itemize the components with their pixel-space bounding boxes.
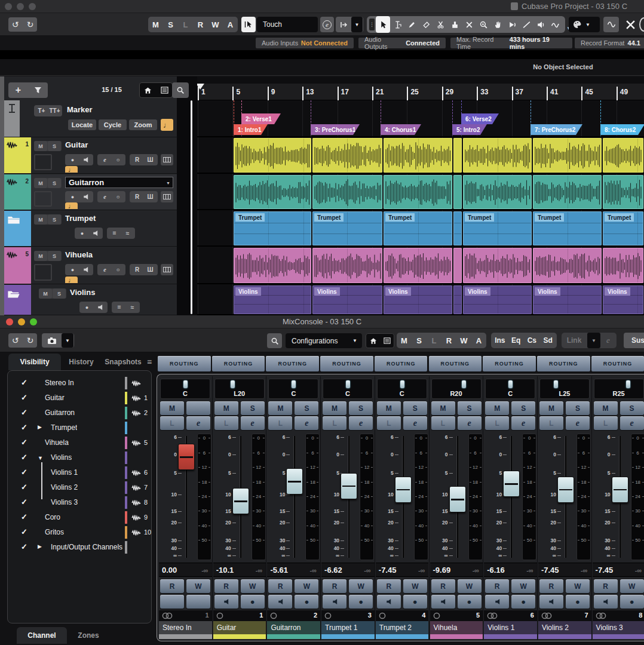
- monitor-button[interactable]: [79, 265, 92, 275]
- crossfade-button[interactable]: [622, 16, 638, 33]
- visibility-item-vihuela[interactable]: ✓Vihuela5: [8, 435, 151, 450]
- monitor-button[interactable]: [79, 192, 92, 202]
- read-button[interactable]: R: [131, 265, 143, 275]
- tab-history[interactable]: History: [62, 354, 100, 370]
- visibility-item-stereo-in[interactable]: ✓Stereo In: [8, 376, 151, 391]
- routing-slot[interactable]: ROUTING: [320, 356, 373, 371]
- track-name-edit-box[interactable]: Guitarron▼: [65, 177, 173, 188]
- transport-button-cut[interactable]: [639, 17, 644, 32]
- visibility-item-input-output-channels[interactable]: ✓▶Input/Output Channels: [8, 540, 151, 555]
- insert-mode-dropdown[interactable]: ▼: [351, 17, 363, 32]
- audio-event[interactable]: [384, 248, 452, 283]
- camera-button[interactable]: [42, 333, 61, 348]
- tool-line-button[interactable]: [519, 17, 533, 32]
- lanes-button[interactable]: [161, 191, 173, 202]
- monitor-button[interactable]: [89, 228, 102, 238]
- check-icon[interactable]: ✓: [21, 438, 27, 447]
- tool-glue-button[interactable]: [447, 17, 462, 32]
- track-name[interactable]: Guitar: [65, 140, 88, 149]
- status-chip-2[interactable]: Max. Record Time433 hours 19 mins: [450, 38, 572, 48]
- track-color-strip[interactable]: 5: [4, 247, 31, 284]
- rack-ins-button[interactable]: Ins: [492, 333, 508, 348]
- add-marker-button[interactable]: T+: [35, 106, 48, 116]
- track-name[interactable]: Violins: [70, 288, 95, 297]
- audio-event[interactable]: [533, 248, 602, 283]
- track-filter-button[interactable]: [29, 82, 48, 98]
- track-name[interactable]: Trumpet: [65, 214, 96, 223]
- automation-m-button[interactable]: M: [148, 17, 163, 32]
- redo-button[interactable]: ↻: [23, 333, 37, 348]
- record-enable-button[interactable]: ●: [66, 192, 79, 202]
- rack-cs-button[interactable]: Cs: [525, 333, 540, 348]
- cycle-marker[interactable]: 6: Verse2: [461, 113, 499, 124]
- check-icon[interactable]: ✓: [21, 497, 27, 506]
- freeze-button[interactable]: ○: [112, 265, 124, 275]
- track-mute-button[interactable]: M: [34, 214, 47, 225]
- tool-range-selection-button[interactable]: [390, 17, 404, 32]
- write-button[interactable]: Ш: [144, 265, 157, 275]
- freeze-button[interactable]: ○: [112, 192, 124, 202]
- audio-event[interactable]: Violins: [312, 285, 382, 314]
- visibility-item-violins-3[interactable]: ✓Violins 38: [8, 495, 151, 510]
- monitor-button[interactable]: [94, 302, 106, 312]
- check-icon[interactable]: ✓: [21, 378, 27, 387]
- check-icon[interactable]: ✓: [21, 453, 27, 462]
- audio-event[interactable]: Trumpet: [312, 211, 382, 245]
- minimize-icon[interactable]: [17, 3, 24, 10]
- audio-event[interactable]: Violins: [533, 285, 602, 314]
- automation-edit-button[interactable]: e: [320, 17, 334, 32]
- track-mute-button[interactable]: M: [34, 178, 47, 188]
- add-cycle-marker-button[interactable]: TT+: [48, 106, 61, 116]
- audio-event[interactable]: Trumpet: [533, 211, 602, 245]
- record-enable-button[interactable]: ●: [66, 265, 79, 275]
- marker-locate-button[interactable]: Locate: [68, 119, 96, 130]
- chevron-expanded-icon[interactable]: ▼: [38, 455, 43, 461]
- phase-button[interactable]: ≈: [126, 302, 139, 312]
- audio-event[interactable]: [312, 138, 382, 173]
- track-note-button[interactable]: ♩: [65, 202, 78, 209]
- audio-event[interactable]: [453, 211, 462, 245]
- track-solo-button[interactable]: S: [48, 251, 61, 261]
- link-edit-button[interactable]: e: [601, 333, 615, 348]
- read-button[interactable]: R: [131, 192, 143, 202]
- read-button[interactable]: R: [131, 155, 143, 165]
- routing-slot[interactable]: ROUTING: [212, 356, 265, 371]
- track-row-marker[interactable]: T+TT+MarkerLocateCycleZoom♩: [4, 100, 177, 137]
- audio-event[interactable]: [312, 248, 382, 283]
- track-solo-button[interactable]: S: [48, 178, 61, 188]
- routing-slot[interactable]: ROUTING: [375, 356, 428, 371]
- track-row-vihuela[interactable]: 5MSVihuela●e○RШ♩: [4, 247, 177, 284]
- audio-event[interactable]: [453, 138, 462, 173]
- track-solo-button[interactable]: S: [48, 141, 61, 151]
- automation-s-button[interactable]: S: [163, 17, 178, 32]
- audio-event[interactable]: Trumpet: [603, 211, 643, 245]
- track-mute-button[interactable]: M: [34, 251, 47, 261]
- mix-settings-icon[interactable]: [381, 334, 394, 348]
- automation-r-button[interactable]: R: [193, 17, 208, 32]
- tool-hand-button[interactable]: [490, 17, 505, 32]
- track-scrollbar[interactable]: [191, 100, 192, 314]
- insert-cursor-icon[interactable]: [336, 17, 351, 32]
- audio-event[interactable]: [234, 175, 311, 209]
- routing-slot[interactable]: ROUTING: [266, 356, 319, 371]
- redo-button[interactable]: ↻: [23, 17, 37, 32]
- automation-m-button[interactable]: M: [397, 333, 412, 348]
- routing-slot[interactable]: ROUTING: [429, 356, 482, 371]
- cycle-marker[interactable]: 1: Intro1: [234, 124, 268, 135]
- tab-channel[interactable]: Channel: [17, 627, 67, 644]
- audio-event[interactable]: [234, 138, 311, 173]
- visibility-item-coro[interactable]: ✓Coro9: [8, 510, 151, 525]
- audio-event[interactable]: Trumpet: [463, 211, 532, 245]
- audio-event[interactable]: [533, 175, 602, 209]
- tool-scrub-button[interactable]: [533, 17, 548, 32]
- edit-channel-button[interactable]: e: [99, 192, 111, 202]
- track-mute-button[interactable]: M: [39, 288, 52, 299]
- track-color-strip[interactable]: [4, 211, 31, 246]
- tool-play-button[interactable]: [505, 17, 519, 32]
- track-color-strip[interactable]: 1: [4, 137, 31, 173]
- zoom-window-icon[interactable]: [29, 3, 36, 10]
- edit-channel-button[interactable]: e: [99, 265, 111, 275]
- edit-channel-button[interactable]: e: [99, 155, 111, 165]
- automation-a-button[interactable]: A: [471, 333, 486, 348]
- record-enable-button[interactable]: ●: [81, 302, 93, 312]
